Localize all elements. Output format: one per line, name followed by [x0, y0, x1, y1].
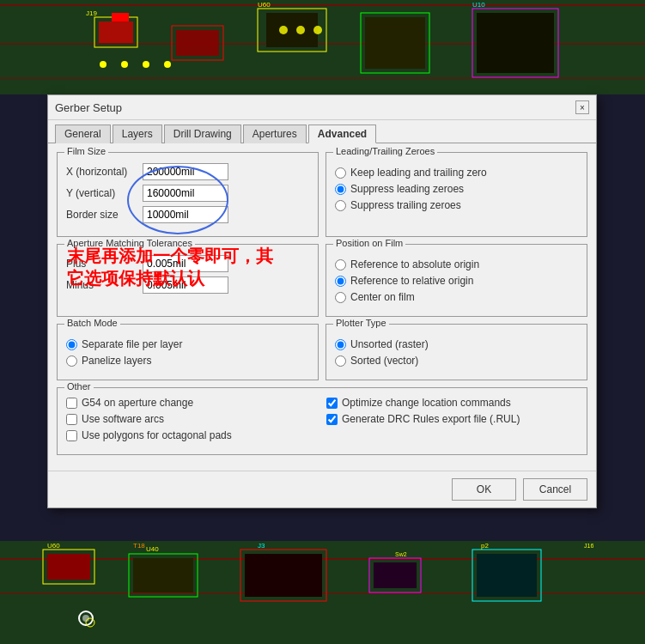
unsorted-raster-radio[interactable]	[335, 339, 346, 350]
plus-input[interactable]	[143, 255, 228, 272]
film-size-group: Film Size X (horizontal) Y (vertical) Bo…	[57, 152, 319, 237]
sorted-vector-radio[interactable]	[335, 355, 346, 367]
plus-label: Plus	[66, 258, 139, 270]
optimize-label: Optimize change location commands	[342, 397, 511, 409]
close-button[interactable]: ×	[575, 100, 589, 114]
software-arcs-checkbox[interactable]	[66, 414, 77, 425]
tab-advanced[interactable]: Advanced	[308, 125, 376, 143]
relative-origin-row: Reference to relative origin	[335, 275, 578, 287]
svg-rect-35	[374, 562, 417, 588]
generate-drc-label: Generate DRC Rules export file (.RUL)	[342, 413, 520, 425]
svg-text:U60: U60	[258, 1, 271, 9]
polygons-checkbox[interactable]	[66, 430, 77, 441]
g54-row: G54 on aperture change	[66, 397, 318, 409]
minus-label: Minus	[66, 279, 139, 291]
svg-rect-37	[477, 554, 537, 597]
suppress-trailing-label: Suppress trailing zeroes	[350, 199, 461, 211]
other-left-col: G54 on aperture change Use software arcs…	[66, 397, 318, 446]
svg-text:J19: J19	[86, 9, 97, 17]
film-size-title: Film Size	[64, 146, 108, 156]
dialog-title: Gerber Setup	[55, 101, 122, 114]
plotter-type-group: Plotter Type Unsorted (raster) Sorted (v…	[326, 324, 587, 380]
y-label: Y (vertical)	[66, 187, 139, 199]
tab-apertures[interactable]: Apertures	[243, 125, 307, 143]
keep-zeroes-label: Keep leading and trailing zero	[350, 167, 487, 179]
svg-point-21	[164, 61, 171, 68]
other-right-col: Optimize change location commands Genera…	[326, 397, 578, 446]
minus-input[interactable]	[143, 276, 228, 294]
ok-button[interactable]: OK	[452, 478, 516, 501]
absolute-origin-radio[interactable]	[335, 259, 346, 270]
suppress-trailing-row: Suppress trailing zeroes	[335, 199, 578, 211]
optimize-checkbox[interactable]	[326, 398, 338, 409]
batch-mode-group: Batch Mode Separate file per layer Panel…	[57, 324, 319, 380]
svg-point-13	[313, 26, 322, 34]
relative-origin-radio[interactable]	[335, 276, 346, 287]
svg-rect-29	[47, 554, 90, 580]
svg-text:T18: T18	[133, 542, 145, 550]
x-horizontal-row: X (horizontal)	[66, 163, 309, 180]
unsorted-raster-label: Unsorted (raster)	[350, 338, 429, 350]
absolute-origin-label: Reference to absolute origin	[350, 258, 479, 270]
sorted-vector-label: Sorted (vector)	[350, 355, 418, 367]
panelize-radio[interactable]	[66, 355, 77, 367]
pcb-background-bottom: U60 U40 J3 Sw2 p2 T18 J16	[0, 541, 645, 644]
svg-text:J3: J3	[258, 542, 265, 550]
svg-rect-8	[176, 30, 219, 56]
panelize-label: Panelize layers	[82, 355, 151, 367]
gerber-setup-dialog: Gerber Setup × General Layers Drill Draw…	[47, 94, 597, 508]
svg-rect-33	[245, 554, 322, 597]
aperture-tolerances-title: Aperture Matching Tolerances	[64, 238, 195, 248]
suppress-leading-row: Suppress leading zeroes	[335, 183, 578, 195]
keep-zeroes-radio[interactable]	[335, 167, 346, 179]
border-label: Border size	[66, 209, 139, 221]
generate-drc-checkbox[interactable]	[326, 414, 338, 425]
panelize-row: Panelize layers	[66, 355, 309, 367]
dialog-footer: OK Cancel	[48, 471, 596, 507]
center-on-film-row: Center on film	[335, 291, 578, 303]
svg-point-11	[279, 26, 288, 34]
keep-zeroes-row: Keep leading and trailing zero	[335, 167, 578, 179]
x-label: X (horizontal)	[66, 166, 139, 178]
svg-rect-27	[0, 592, 645, 594]
svg-rect-26	[0, 558, 645, 560]
svg-rect-17	[477, 13, 554, 73]
section-row-2: Aperture Matching Tolerances Plus Minus …	[57, 244, 587, 317]
center-on-film-radio[interactable]	[335, 292, 346, 303]
pcb-background-top: U60 U10 J19	[0, 0, 645, 94]
optimize-row: Optimize change location commands	[326, 397, 578, 409]
svg-text:Sw2: Sw2	[395, 551, 407, 557]
polygons-label: Use polygons for octagonal pads	[82, 429, 232, 441]
svg-point-19	[121, 61, 128, 68]
cancel-button[interactable]: Cancel	[523, 478, 587, 501]
section-row-1: Film Size X (horizontal) Y (vertical) Bo…	[57, 152, 587, 237]
aperture-tolerances-group: Aperture Matching Tolerances Plus Minus	[57, 244, 319, 317]
separate-file-radio[interactable]	[66, 339, 77, 350]
g54-label: G54 on aperture change	[82, 397, 193, 409]
plotter-type-title: Plotter Type	[333, 318, 389, 328]
suppress-leading-radio[interactable]	[335, 184, 346, 195]
tab-layers[interactable]: Layers	[113, 125, 162, 143]
tab-drill-drawing[interactable]: Drill Drawing	[164, 125, 241, 143]
position-on-film-title: Position on Film	[333, 238, 405, 248]
svg-rect-15	[365, 17, 425, 69]
svg-rect-6	[112, 13, 129, 21]
suppress-trailing-radio[interactable]	[335, 200, 346, 211]
svg-point-18	[100, 61, 106, 68]
border-row: Border size	[66, 206, 309, 223]
minus-row: Minus	[66, 276, 309, 294]
svg-text:U40: U40	[146, 545, 159, 553]
svg-point-20	[143, 61, 149, 68]
suppress-leading-label: Suppress leading zeroes	[350, 183, 464, 195]
leading-trailing-title: Leading/Trailing Zeroes	[333, 146, 437, 156]
svg-text:U60: U60	[47, 542, 60, 550]
g54-checkbox[interactable]	[66, 398, 77, 409]
y-input[interactable]	[143, 185, 228, 202]
x-input[interactable]	[143, 163, 228, 180]
tab-general[interactable]: General	[55, 125, 111, 143]
svg-rect-10	[266, 13, 318, 47]
generate-drc-row: Generate DRC Rules export file (.RUL)	[326, 413, 578, 425]
leading-trailing-group: Leading/Trailing Zeroes Keep leading and…	[326, 152, 587, 237]
y-vertical-row: Y (vertical)	[66, 185, 309, 202]
border-input[interactable]	[143, 206, 228, 223]
